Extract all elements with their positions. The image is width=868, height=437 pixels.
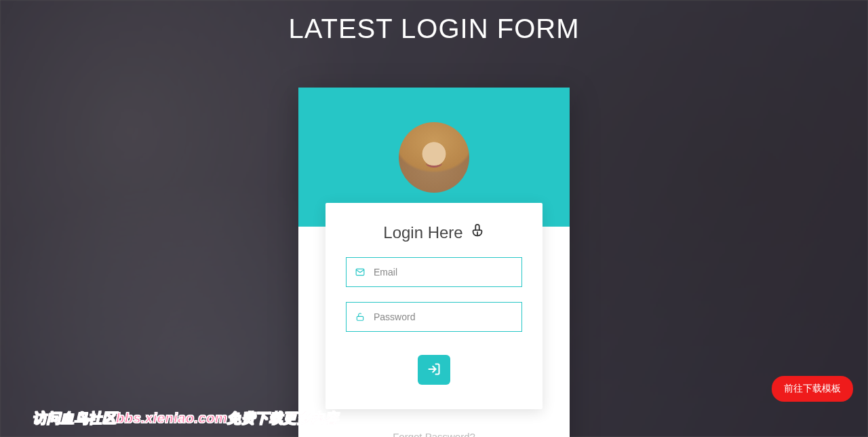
avatar (399, 122, 469, 193)
envelope-icon (355, 267, 366, 277)
form-heading-text: Login Here (383, 223, 462, 242)
forgot-password-link[interactable]: Forgot Password? (326, 431, 542, 437)
download-template-button[interactable]: 前往下载模板 (772, 376, 853, 402)
login-form-panel: Login Here (326, 203, 542, 409)
page-title: LATEST LOGIN FORM (0, 0, 868, 44)
password-input[interactable] (374, 311, 513, 322)
card-body: Login Here (298, 203, 570, 437)
svg-rect-1 (357, 316, 363, 320)
email-field-wrapper[interactable] (346, 257, 522, 287)
unlock-icon (355, 312, 366, 322)
hand-point-down-icon (470, 223, 485, 242)
form-heading: Login Here (346, 223, 522, 242)
password-field-wrapper[interactable] (346, 302, 522, 332)
sign-in-icon (427, 362, 441, 378)
submit-button[interactable] (418, 355, 450, 385)
login-card: Login Here (298, 88, 570, 437)
email-input[interactable] (374, 267, 513, 278)
watermark-text: 访问血鸟社区bbs.xieniao.com免费下载更多内容 (33, 409, 338, 428)
